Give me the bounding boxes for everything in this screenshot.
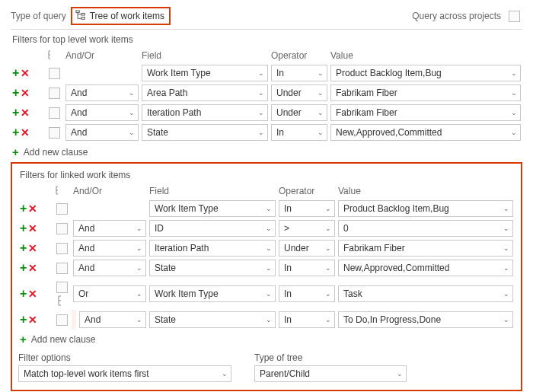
add-row-icon[interactable]: + (20, 243, 27, 253)
andor-value: Or (78, 288, 88, 299)
field-select[interactable]: Work Item Type⌄ (149, 285, 276, 302)
add-clause-linked[interactable]: Add new clause (31, 334, 96, 345)
field-select[interactable]: Work Item Type⌄ (142, 65, 268, 81)
group-row-checkbox[interactable] (49, 107, 60, 119)
operator-select[interactable]: In⌄ (271, 124, 327, 141)
field-select[interactable]: Area Path⌄ (142, 84, 268, 101)
query-type-text: Tree of work items (90, 11, 164, 21)
add-row-icon[interactable]: + (20, 314, 27, 325)
operator-select[interactable]: Under⌄ (271, 84, 327, 101)
operator-select[interactable]: Under⌄ (271, 104, 327, 121)
chevron-down-icon: ⌄ (266, 264, 272, 272)
operator-select[interactable]: In⌄ (271, 65, 327, 81)
group-row-checkbox[interactable] (56, 282, 68, 293)
value-select[interactable]: To Do,In Progress,Done⌄ (338, 311, 513, 328)
remove-row-icon[interactable]: ✕ (28, 263, 37, 273)
add-row-icon[interactable]: + (20, 288, 27, 299)
field-value: Work Item Type (155, 288, 219, 299)
value-select[interactable]: New,Approved,Committed⌄ (330, 124, 521, 141)
field-select[interactable]: Work Item Type⌄ (149, 200, 276, 217)
add-row-icon[interactable]: + (12, 88, 19, 98)
add-icon[interactable]: + (12, 147, 19, 158)
chevron-down-icon: ⌄ (325, 290, 331, 298)
filter-row: +✕Work Item Type⌄In⌄Product Backlog Item… (11, 63, 522, 83)
andor-value: And (78, 223, 94, 234)
andor-select[interactable]: And⌄ (65, 124, 139, 141)
cross-projects-label: Query across projects (412, 11, 501, 21)
group-row-checkbox[interactable] (56, 314, 68, 326)
chevron-down-icon: ⌄ (258, 129, 264, 136)
andor-value: And (78, 243, 94, 253)
add-row-icon[interactable]: + (20, 263, 27, 273)
cross-projects-checkbox[interactable] (509, 11, 520, 22)
value-text: 0 (343, 223, 349, 234)
operator-select[interactable]: In⌄ (279, 200, 335, 217)
add-row-icon[interactable]: + (12, 107, 19, 118)
add-clause-top[interactable]: Add new clause (24, 147, 88, 158)
field-select[interactable]: Iteration Path⌄ (142, 104, 268, 121)
value-select[interactable]: New,Approved,Committed⌄ (338, 260, 513, 276)
andor-select[interactable]: And⌄ (73, 240, 146, 257)
value-select[interactable]: Fabrikam Fiber⌄ (330, 84, 521, 101)
add-icon[interactable]: + (20, 334, 27, 345)
operator-select[interactable]: In⌄ (279, 311, 335, 328)
value-text: Task (343, 288, 362, 299)
andor-select[interactable]: And⌄ (73, 220, 146, 237)
group-row-checkbox[interactable] (49, 88, 60, 99)
chevron-down-icon: ⌄ (266, 244, 272, 252)
operator-select[interactable]: In⌄ (279, 260, 335, 276)
query-type-selector[interactable]: Tree of work items (71, 7, 171, 25)
remove-row-icon[interactable]: ✕ (28, 314, 37, 325)
remove-row-icon[interactable]: ✕ (21, 68, 30, 78)
value-select[interactable]: Product Backlog Item,Bug⌄ (330, 65, 521, 81)
operator-select[interactable]: >⌄ (279, 220, 335, 237)
andor-select[interactable]: And⌄ (65, 84, 139, 101)
add-row-icon[interactable]: + (12, 68, 19, 78)
field-select[interactable]: State⌄ (149, 311, 276, 328)
filter-row: +✕And⌄State⌄In⌄New,Approved,Committed⌄ (11, 123, 522, 142)
andor-select[interactable]: Or⌄ (73, 285, 146, 302)
chevron-down-icon: ⌄ (136, 264, 142, 272)
linked-filters-title: Filters for linked work items (20, 170, 515, 180)
field-select[interactable]: State⌄ (149, 260, 276, 276)
value-select[interactable]: Fabrikam Fiber⌄ (330, 104, 521, 121)
chevron-down-icon: ⌄ (503, 205, 509, 212)
field-select[interactable]: State⌄ (142, 124, 268, 141)
operator-select[interactable]: In⌄ (279, 285, 335, 302)
filter-options-select[interactable]: Match top-level work items first ⌄ (18, 365, 231, 382)
add-row-icon[interactable]: + (12, 127, 19, 138)
remove-row-icon[interactable]: ✕ (28, 243, 37, 253)
chevron-down-icon: ⌄ (318, 69, 324, 77)
field-value: ID (155, 223, 164, 234)
filter-row: +✕And⌄Area Path⌄Under⌄Fabrikam Fiber⌄ (11, 83, 522, 103)
value-select[interactable]: Product Backlog Item,Bug⌄ (338, 200, 513, 217)
remove-row-icon[interactable]: ✕ (21, 107, 30, 118)
remove-row-icon[interactable]: ✕ (21, 88, 30, 98)
value-select[interactable]: Task⌄ (338, 285, 513, 302)
field-select[interactable]: ID⌄ (149, 220, 276, 237)
operator-value: Under (284, 243, 309, 253)
field-select[interactable]: Iteration Path⌄ (149, 240, 276, 257)
add-row-icon[interactable]: + (20, 203, 27, 214)
andor-select[interactable]: And⌄ (79, 311, 146, 328)
value-select[interactable]: Fabrikam Fiber⌄ (338, 240, 513, 257)
header-field: Field (140, 48, 270, 63)
remove-row-icon[interactable]: ✕ (28, 203, 37, 214)
group-row-checkbox[interactable] (56, 223, 68, 234)
chevron-down-icon: ⌄ (511, 109, 517, 116)
operator-select[interactable]: Under⌄ (279, 240, 335, 257)
group-row-checkbox[interactable] (56, 203, 68, 215)
group-row-checkbox[interactable] (49, 68, 60, 79)
group-row-checkbox[interactable] (56, 263, 68, 274)
group-row-checkbox[interactable] (49, 127, 60, 139)
tree-type-select[interactable]: Parent/Child ⌄ (254, 365, 407, 382)
add-row-icon[interactable]: + (20, 223, 27, 234)
value-select[interactable]: 0⌄ (338, 220, 513, 237)
filter-options-label: Filter options (18, 352, 231, 363)
group-row-checkbox[interactable] (56, 243, 68, 254)
remove-row-icon[interactable]: ✕ (28, 223, 37, 234)
remove-row-icon[interactable]: ✕ (28, 288, 37, 299)
remove-row-icon[interactable]: ✕ (21, 127, 30, 138)
andor-select[interactable]: And⌄ (65, 104, 139, 121)
andor-select[interactable]: And⌄ (73, 260, 146, 276)
